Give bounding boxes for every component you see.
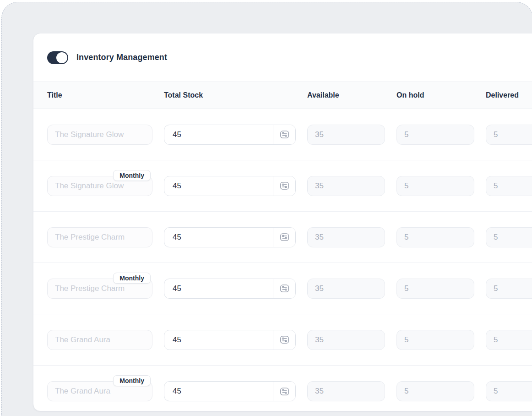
on-hold-cell xyxy=(396,125,486,145)
on-hold-input xyxy=(396,279,474,299)
sliders-icon xyxy=(280,130,289,139)
on-hold-input xyxy=(396,125,474,145)
delivered-cell xyxy=(486,125,532,145)
toggle-knob xyxy=(56,52,67,63)
total-stock-input-group xyxy=(164,330,296,350)
delivered-input xyxy=(486,176,532,196)
title-input xyxy=(47,125,152,145)
column-header-delivered: Delivered xyxy=(486,91,532,99)
total-stock-input-group xyxy=(164,381,296,401)
delivered-cell xyxy=(486,330,532,350)
available-cell xyxy=(307,125,396,145)
on-hold-cell xyxy=(396,176,486,196)
title-cell: Monthly xyxy=(47,381,164,401)
stock-adjust-button[interactable] xyxy=(273,330,295,350)
inventory-toggle[interactable] xyxy=(47,51,68,64)
available-input xyxy=(307,125,385,145)
table-row: Monthly xyxy=(33,160,532,212)
stock-adjust-button[interactable] xyxy=(273,228,295,247)
on-hold-input xyxy=(396,176,474,196)
total-stock-cell xyxy=(164,125,307,145)
sliders-icon xyxy=(280,181,289,191)
stock-adjust-button[interactable] xyxy=(273,279,295,298)
on-hold-input xyxy=(396,227,474,247)
delivered-input xyxy=(486,330,532,350)
total-stock-input-group xyxy=(164,176,296,196)
table-row xyxy=(33,314,532,366)
available-input xyxy=(307,227,385,247)
delivered-input xyxy=(486,125,532,145)
on-hold-cell xyxy=(396,279,486,299)
available-cell xyxy=(307,176,396,196)
stock-adjust-button[interactable] xyxy=(273,382,295,401)
available-cell xyxy=(307,279,396,299)
inventory-toggle-label: Inventory Management xyxy=(76,53,167,62)
total-stock-input-group xyxy=(164,279,296,299)
on-hold-input xyxy=(396,330,474,350)
sliders-icon xyxy=(280,387,289,396)
available-input xyxy=(307,176,385,196)
on-hold-cell xyxy=(396,330,486,350)
total-stock-input[interactable] xyxy=(164,279,273,298)
title-cell xyxy=(47,227,164,247)
title-cell: Monthly xyxy=(47,176,164,196)
stock-adjust-button[interactable] xyxy=(273,125,295,144)
delivered-input xyxy=(486,227,532,247)
delivered-cell xyxy=(486,381,532,401)
available-input xyxy=(307,279,385,299)
available-input xyxy=(307,381,385,401)
table-row: Monthly xyxy=(33,263,532,314)
stock-adjust-button[interactable] xyxy=(273,176,295,196)
total-stock-input[interactable] xyxy=(164,176,273,196)
inventory-card: Inventory Management Title Total Stock A… xyxy=(33,33,532,411)
delivered-cell xyxy=(486,176,532,196)
monthly-badge: Monthly xyxy=(113,170,151,181)
total-stock-cell xyxy=(164,330,307,350)
sliders-icon xyxy=(280,232,289,242)
column-header-title: Title xyxy=(47,91,164,99)
delivered-cell xyxy=(486,227,532,247)
table-row xyxy=(33,212,532,263)
delivered-input xyxy=(486,381,532,401)
available-cell xyxy=(307,381,396,401)
column-header-on-hold: On hold xyxy=(396,91,486,99)
monthly-badge: Monthly xyxy=(113,273,151,284)
title-cell xyxy=(47,330,164,350)
title-cell xyxy=(47,125,164,145)
column-header-available: Available xyxy=(307,91,396,99)
delivered-cell xyxy=(486,279,532,299)
table-row: Monthly xyxy=(33,366,532,411)
title-input xyxy=(47,227,152,247)
card-header: Inventory Management xyxy=(33,33,532,82)
available-cell xyxy=(307,330,396,350)
total-stock-cell xyxy=(164,381,307,401)
available-input xyxy=(307,330,385,350)
total-stock-cell xyxy=(164,279,307,299)
total-stock-cell xyxy=(164,227,307,247)
table-row xyxy=(33,109,532,160)
column-header-total-stock: Total Stock xyxy=(164,91,307,99)
total-stock-input[interactable] xyxy=(164,382,273,401)
total-stock-input-group xyxy=(164,125,296,145)
monthly-badge: Monthly xyxy=(113,375,151,386)
on-hold-input xyxy=(396,381,474,401)
title-cell: Monthly xyxy=(47,279,164,299)
total-stock-input[interactable] xyxy=(164,125,273,144)
delivered-input xyxy=(486,279,532,299)
available-cell xyxy=(307,227,396,247)
sliders-icon xyxy=(280,284,289,293)
sliders-icon xyxy=(280,335,289,345)
total-stock-input-group xyxy=(164,227,296,247)
title-input xyxy=(47,330,152,350)
total-stock-input[interactable] xyxy=(164,330,273,350)
on-hold-cell xyxy=(396,381,486,401)
table-header-row: Title Total Stock Available On hold Deli… xyxy=(33,82,532,109)
total-stock-input[interactable] xyxy=(164,228,273,247)
total-stock-cell xyxy=(164,176,307,196)
on-hold-cell xyxy=(396,227,486,247)
